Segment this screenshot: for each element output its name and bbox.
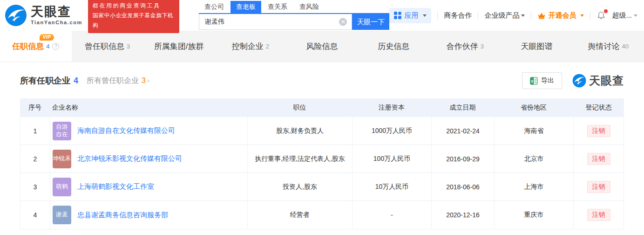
section-tab[interactable]: 合作伙伴 3: [429, 31, 501, 62]
section-tab[interactable]: 历史信息: [358, 31, 429, 62]
site-logo[interactable]: 天眼查 TianYanCha.com: [5, 4, 82, 27]
clear-search-icon[interactable]: ✕: [339, 18, 347, 26]
row-position: 投资人,股东: [248, 173, 353, 200]
section-tab-label: 天眼图谱: [521, 41, 553, 52]
export-button[interactable]: x 导出: [522, 72, 562, 89]
company-link[interactable]: 北京坤锐禾影视文化传媒有限公司: [77, 154, 182, 163]
search-tabs: 查公司查老板查关系查风险: [199, 1, 389, 14]
notification-dot: [604, 9, 608, 13]
section-tab[interactable]: 舆情讨论 40: [572, 31, 644, 62]
help-icon[interactable]: ?: [52, 43, 59, 50]
status-badge[interactable]: 注销: [587, 209, 610, 221]
company-link[interactable]: 上海萌鹤影视文化工作室: [77, 182, 154, 191]
section-tab[interactable]: 天眼图谱: [501, 31, 573, 62]
promo-banner: 都在用的商业查询工具 国家中小企业发展子基金旗下机构: [88, 0, 179, 33]
row-position: 股东,财务负责人: [248, 117, 353, 145]
table-header-row: 序号企业名称职位注册资本成立日期省份地区登记状态: [20, 98, 624, 117]
chevron-down-icon: [580, 14, 584, 17]
tianyancha-logo-icon: [572, 74, 586, 88]
row-date: 2018-06-06: [432, 173, 495, 200]
row-position: 经营者: [248, 201, 353, 229]
section-header: 所有任职企业 4 所有曾任职企业 3 › x 导出: [20, 72, 624, 89]
logo-subtitle: TianYanCha.com: [31, 20, 82, 25]
row-capital: 100万人民币: [353, 145, 432, 173]
crown-icon: [537, 12, 546, 19]
search-tab[interactable]: 查老板: [230, 1, 261, 13]
section-tab[interactable]: 风险信息: [286, 31, 358, 62]
section-tab-count: 3: [481, 43, 484, 50]
row-date: 2016-09-29: [432, 145, 495, 173]
apps-grid-icon: [394, 12, 401, 19]
section-tab-label: 风险信息: [306, 41, 338, 52]
chevron-down-icon: [521, 14, 525, 17]
row-capital: -: [353, 201, 432, 229]
column-header: 省份地区: [494, 101, 573, 115]
section-tab-count: 4: [46, 43, 49, 50]
row-position: 执行董事,经理,法定代表人,股东: [248, 145, 353, 173]
company-link[interactable]: 忠县谢孟商务信息咨询服务部: [77, 211, 168, 220]
apps-label: 应用: [404, 11, 418, 20]
section-tab[interactable]: 所属集团/族群: [143, 31, 215, 62]
row-index: 3: [20, 173, 50, 200]
divider: [437, 12, 438, 19]
status-badge[interactable]: 注销: [587, 181, 610, 193]
search-tab[interactable]: 查关系: [262, 1, 293, 13]
promo-line1: 都在用的商业查询工具: [93, 1, 175, 11]
section-tab-label: 合作伙伴: [447, 41, 478, 52]
main-content: 所有任职企业 4 所有曾任职企业 3 › x 导出: [0, 62, 644, 229]
company-logo: 自游自在: [53, 122, 71, 140]
company-logo: 萌鹤: [53, 178, 71, 196]
companies-table: 序号企业名称职位注册资本成立日期省份地区登记状态 1 自游自在 海南自游自在文化…: [20, 98, 624, 229]
section-tab-label: 舆情讨论: [588, 41, 619, 52]
section-tab-label: 历史信息: [378, 41, 409, 52]
company-link[interactable]: 海南自游自在文化传媒有限公司: [77, 126, 175, 135]
excel-icon: x: [530, 77, 538, 85]
section-tabs: VIP 任职信息 4 ? 曾任职信息 3 所属集团/族群 控制企业 2 风险信息…: [0, 31, 644, 62]
apps-button[interactable]: 应用: [389, 8, 431, 23]
nav-enterprise-products[interactable]: 企业级产品: [484, 11, 525, 20]
search-button[interactable]: 天眼一下: [352, 14, 389, 30]
notification-bell-icon[interactable]: [597, 11, 606, 21]
row-index: 1: [20, 117, 50, 145]
nav-open-vip[interactable]: 开通会员: [537, 11, 584, 20]
row-date: 2021-02-24: [432, 117, 495, 145]
section-tab-label: 控制企业: [232, 41, 264, 52]
section-tab-label: 任职信息: [12, 41, 44, 52]
company-logo: 谢孟: [53, 206, 71, 224]
vip-badge: VIP: [40, 34, 54, 41]
logo-title: 天眼查: [31, 6, 82, 18]
section-tab[interactable]: VIP 任职信息 4 ?: [0, 31, 72, 62]
watermark-text: 天眼查: [589, 73, 624, 88]
section-tab-count: 2: [266, 43, 269, 50]
status-badge[interactable]: 注销: [587, 125, 610, 137]
former-companies-link[interactable]: 所有曾任职企业 3 ›: [87, 76, 150, 86]
chevron-down-icon: [423, 14, 427, 17]
row-region: 海南省: [495, 117, 574, 145]
table-row: 2 坤锐禾 北京坤锐禾影视文化传媒有限公司 执行董事,经理,法定代表人,股东 1…: [20, 145, 624, 173]
section-tab-count: 40: [622, 43, 628, 50]
section-title: 所有任职企业: [20, 75, 70, 86]
row-capital: 10万人民币: [353, 173, 432, 200]
tianyancha-logo-icon: [5, 4, 27, 27]
export-label: 导出: [541, 76, 554, 85]
row-region: 重庆市: [495, 201, 574, 229]
search-tab[interactable]: 查公司: [199, 1, 230, 13]
username: 超级...: [612, 11, 632, 20]
section-tab[interactable]: 控制企业 2: [215, 31, 286, 62]
table-body: 1 自游自在 海南自游自在文化传媒有限公司 股东,财务负责人 1000万人民币 …: [20, 117, 624, 229]
search-input[interactable]: [199, 14, 352, 29]
column-header: 登记状态: [573, 101, 624, 115]
row-region: 上海市: [495, 173, 574, 200]
user-account[interactable]: 超级...: [612, 11, 637, 20]
row-date: 2020-12-16: [432, 201, 495, 229]
table-row: 1 自游自在 海南自游自在文化传媒有限公司 股东,财务负责人 1000万人民币 …: [20, 117, 624, 145]
row-region: 北京市: [495, 145, 574, 173]
former-companies-label: 所有曾任职企业: [87, 76, 139, 86]
section-tab-label: 所属集团/族群: [154, 41, 204, 52]
section-tab[interactable]: 曾任职信息 3: [72, 31, 143, 62]
svg-text:x: x: [531, 78, 533, 83]
status-badge[interactable]: 注销: [587, 153, 610, 165]
search-tab[interactable]: 查风险: [294, 1, 325, 13]
nav-business-cooperation[interactable]: 商务合作: [444, 11, 472, 20]
watermark-logo: 天眼查: [572, 73, 624, 88]
